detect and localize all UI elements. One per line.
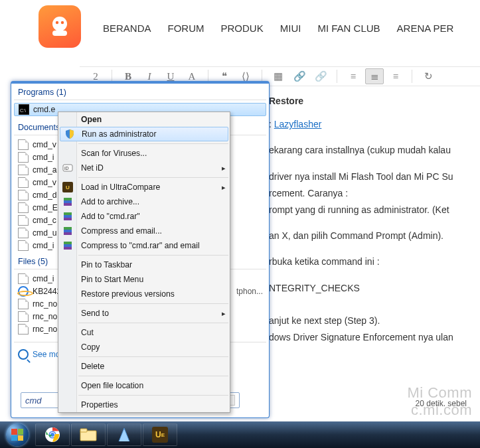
- menu-item-add-to-archive[interactable]: Add to archive...: [58, 194, 230, 209]
- file-label: rnc_no: [33, 325, 57, 334]
- taskbar-ultraedit[interactable]: UE: [143, 423, 177, 446]
- file-label: cmd_i: [33, 274, 54, 283]
- document-label: cmd_i: [33, 153, 54, 162]
- menu-item-delete[interactable]: Delete: [58, 359, 230, 374]
- context-menu: OpenRun as administratorScan for Viruses…: [58, 112, 230, 413]
- file-icon: [18, 190, 29, 200]
- tb-redo[interactable]: ↻: [419, 68, 438, 84]
- mi-logo[interactable]: [39, 5, 81, 48]
- file-icon: [18, 177, 29, 188]
- menu-item-label: Copy: [81, 342, 100, 352]
- file-icon: [18, 139, 29, 150]
- menu-item-open-file-location[interactable]: Open file location: [58, 378, 230, 393]
- nav-produk[interactable]: PRODUK: [221, 23, 264, 34]
- nav-beranda[interactable]: BERANDA: [103, 23, 151, 34]
- menu-item-pin-to-start-menu[interactable]: Pin to Start Menu: [58, 272, 230, 287]
- menu-item-add-to-cmd-rar[interactable]: Add to "cmd.rar": [58, 209, 230, 224]
- tb-link[interactable]: 🔗: [290, 68, 309, 84]
- taskbar-explorer[interactable]: [71, 423, 106, 446]
- menu-item-load-in-ultracompare[interactable]: ULoad in UltraCompare: [58, 180, 230, 194]
- menu-item-pin-to-taskbar[interactable]: Pin to Taskbar: [58, 258, 230, 272]
- svg-rect-7: [64, 198, 72, 200]
- tb-align-left[interactable]: ≡: [344, 68, 362, 84]
- document-label: cmd_v: [33, 178, 56, 187]
- text: :: [269, 119, 274, 129]
- shield-icon: [64, 128, 76, 140]
- file-label: rnc_no: [33, 312, 57, 321]
- svg-rect-16: [64, 242, 72, 244]
- menu-item-net-id[interactable]: iDNet iD: [58, 161, 230, 175]
- svg-rect-1: [52, 31, 67, 36]
- tb-align-right[interactable]: ≡: [386, 68, 405, 84]
- menu-item-copy[interactable]: Copy: [58, 340, 230, 354]
- menu-item-label: Pin to Start Menu: [81, 275, 143, 284]
- taskbar-chrome[interactable]: [35, 423, 70, 446]
- file-trail: tphon...: [236, 287, 263, 296]
- menu-item-compress-and-email[interactable]: Compress and email...: [58, 224, 230, 238]
- menu-item-label: Open: [81, 115, 102, 124]
- file-label: rnc_no: [33, 299, 57, 309]
- file-icon: [18, 240, 29, 251]
- taskbar: UE: [0, 421, 480, 448]
- menu-item-label: Restore previous versions: [81, 289, 175, 299]
- document-label: cmd_i: [33, 241, 54, 250]
- menu-item-compress-to-cmd-rar-and-email[interactable]: Compress to "cmd.rar" and email: [58, 238, 230, 253]
- document-label: cmd_d: [33, 190, 57, 200]
- search-icon: [18, 349, 29, 360]
- menu-item-run-as-administrator[interactable]: Run as administrator: [60, 127, 228, 141]
- menu-item-scan-for-viruses[interactable]: Scan for Viruses...: [58, 146, 230, 161]
- menu-item-label: Delete: [81, 362, 104, 371]
- rar-icon: [62, 225, 74, 237]
- uc-icon: U: [62, 181, 74, 193]
- file-icon: [18, 202, 29, 213]
- menu-item-label: Properties: [81, 400, 118, 410]
- nav-arena[interactable]: ARENA PER: [397, 23, 454, 34]
- nav-forum[interactable]: FORUM: [168, 23, 204, 34]
- rar-icon: [62, 210, 74, 222]
- menu-item-cut[interactable]: Cut: [58, 325, 230, 340]
- page-content: Restore : Lazyflasher ekarang cara insta…: [269, 93, 480, 346]
- menu-item-label: Compress and email...: [81, 226, 162, 236]
- file-icon: [18, 228, 29, 238]
- document-label: cmd_c: [33, 216, 56, 225]
- tb-align-center[interactable]: ≣: [365, 68, 384, 84]
- svg-rect-23: [80, 429, 87, 432]
- page-title: Restore: [269, 93, 480, 110]
- tb-unlink[interactable]: 🔗: [311, 68, 330, 84]
- menu-item-restore-previous-versions[interactable]: Restore previous versions: [58, 287, 230, 301]
- cmd-icon: [19, 104, 29, 115]
- tb-table[interactable]: ▦: [269, 68, 287, 84]
- rar-icon: [62, 196, 74, 208]
- menu-item-label: Open file location: [81, 381, 143, 390]
- menu-item-open[interactable]: Open: [58, 112, 230, 127]
- menu-item-label: Pin to Taskbar: [81, 260, 132, 269]
- file-icon: [18, 152, 29, 163]
- menu-item-send-to[interactable]: Send to: [58, 306, 230, 321]
- text: rompt yang di running as administrator. …: [269, 202, 480, 218]
- menu-item-label: Add to "cmd.rar": [81, 212, 140, 221]
- svg-point-0: [52, 17, 67, 31]
- programs-header: Programs (1): [14, 85, 266, 98]
- menu-item-label: Scan for Viruses...: [81, 149, 147, 158]
- text: anjut ke next step (Step 3).: [269, 313, 480, 329]
- text: an X, dan pilih Command Prompt (Admin).: [269, 228, 480, 244]
- start-button[interactable]: [4, 421, 31, 448]
- file-icon: [18, 311, 29, 322]
- menu-item-label: Net iD: [81, 163, 104, 173]
- taskbar-app1[interactable]: [107, 423, 141, 446]
- menu-item-label: Add to archive...: [81, 197, 139, 206]
- menu-item-label: Load in UltraCompare: [81, 183, 160, 192]
- lazyflasher-link[interactable]: Lazyflasher: [274, 119, 322, 129]
- nav-mifanclub[interactable]: MI FAN CLUB: [317, 23, 380, 34]
- nav-miui[interactable]: MIUI: [280, 23, 301, 34]
- file-icon: [18, 324, 29, 335]
- menu-item-label: Send to: [81, 309, 109, 318]
- rar-icon: [62, 240, 74, 252]
- menu-item-properties[interactable]: Properties: [58, 398, 230, 412]
- menu-item-label: Run as administrator: [82, 129, 156, 139]
- watermark: Mi Comm: [407, 384, 472, 402]
- file-label: KB2442: [33, 287, 61, 296]
- text: driver nya install Mi Flash Tool dan Mi …: [269, 169, 480, 185]
- svg-rect-14: [64, 230, 72, 232]
- watermark: c.mi.com: [411, 402, 472, 419]
